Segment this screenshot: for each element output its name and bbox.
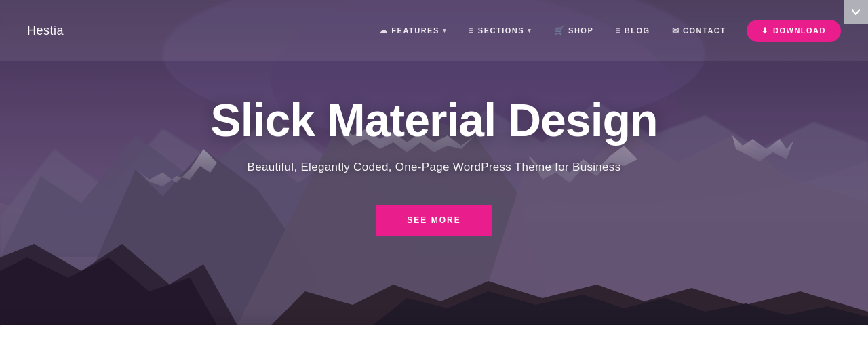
blog-icon: ≡ bbox=[615, 26, 621, 35]
shop-icon: 🛒 bbox=[554, 26, 566, 35]
nav-item-blog: ≡ BLOG bbox=[607, 20, 658, 41]
hero-content: Slick Material Design Beautiful, Elegant… bbox=[163, 95, 705, 236]
chevron-features-icon: ▾ bbox=[443, 27, 448, 34]
navbar: Hestia ☁ FEATURES ▾ ≡ SECTIONS ▾ 🛒 bbox=[0, 0, 868, 61]
nav-label-blog: BLOG bbox=[625, 26, 650, 35]
download-label: DOWNLOAD bbox=[773, 26, 826, 35]
nav-label-shop: SHOP bbox=[568, 26, 593, 35]
nav-item-contact: ✉ CONTACT bbox=[664, 20, 734, 41]
nav-link-features[interactable]: ☁ FEATURES ▾ bbox=[371, 20, 455, 41]
bottom-strip bbox=[0, 325, 868, 357]
hero-section: Hestia ☁ FEATURES ▾ ≡ SECTIONS ▾ 🛒 bbox=[0, 0, 868, 325]
hero-title: Slick Material Design bbox=[163, 95, 705, 146]
nav-label-contact: CONTACT bbox=[683, 26, 726, 35]
hero-subtitle: Beautiful, Elegantly Coded, One-Page Wor… bbox=[163, 161, 705, 174]
nav-item-download: ⬇ DOWNLOAD bbox=[740, 20, 842, 42]
nav-link-blog[interactable]: ≡ BLOG bbox=[607, 20, 658, 41]
download-icon: ⬇ bbox=[762, 26, 769, 35]
chevron-down-icon bbox=[851, 7, 861, 17]
nav-menu: ☁ FEATURES ▾ ≡ SECTIONS ▾ 🛒 SHOP bbox=[371, 20, 841, 42]
nav-link-sections[interactable]: ≡ SECTIONS ▾ bbox=[460, 20, 540, 41]
features-icon: ☁ bbox=[379, 26, 389, 35]
sections-icon: ≡ bbox=[469, 26, 475, 35]
chevron-sections-icon: ▾ bbox=[528, 27, 532, 34]
nav-label-features: FEATURES bbox=[391, 26, 439, 35]
nav-label-sections: SECTIONS bbox=[478, 26, 524, 35]
corner-collapse-button[interactable] bbox=[844, 0, 868, 24]
nav-link-contact[interactable]: ✉ CONTACT bbox=[664, 20, 734, 41]
download-button[interactable]: ⬇ DOWNLOAD bbox=[747, 20, 842, 42]
brand-logo[interactable]: Hestia bbox=[27, 24, 64, 38]
contact-icon: ✉ bbox=[672, 26, 680, 35]
see-more-button[interactable]: SEE MORE bbox=[376, 205, 491, 236]
nav-item-features: ☁ FEATURES ▾ bbox=[371, 20, 455, 41]
nav-item-shop: 🛒 SHOP bbox=[546, 20, 602, 41]
nav-link-shop[interactable]: 🛒 SHOP bbox=[546, 20, 602, 41]
nav-item-sections: ≡ SECTIONS ▾ bbox=[460, 20, 540, 41]
